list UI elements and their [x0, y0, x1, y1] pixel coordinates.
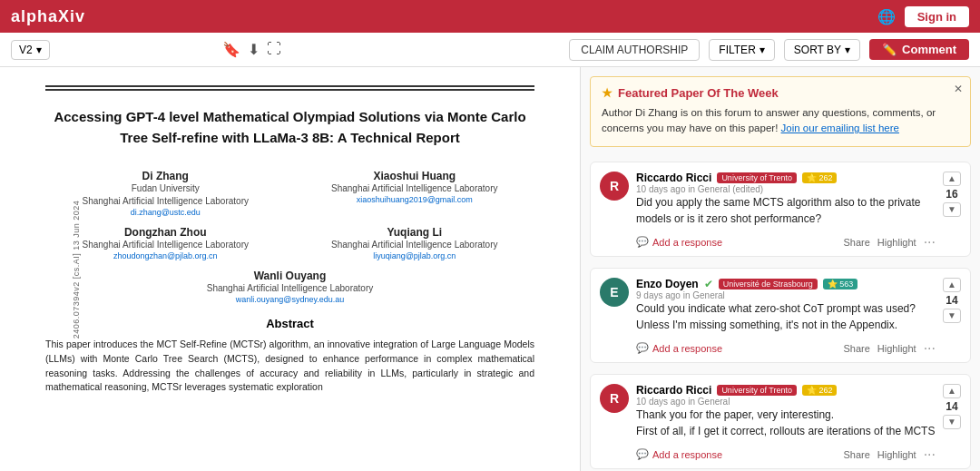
share-link-1[interactable]: Share [843, 237, 869, 248]
comment-time-1: 10 days ago in General (edited) [636, 184, 936, 194]
upvote-button-2[interactable]: ▲ [943, 278, 961, 292]
university-badge-1: University of Trento [717, 172, 797, 183]
main-content: 2406.07394v2 [cs.AI] 13 Jun 2024 Accessi… [0, 67, 980, 471]
author-name-4: Yuqiang Li [295, 226, 535, 239]
comment-body-3: Thank you for the paper, very interestin… [636, 407, 936, 439]
download-icon[interactable]: ⬇ [248, 41, 260, 58]
comment-author-name-2: Enzo Doyen [636, 278, 699, 290]
chevron-down-icon: ▾ [36, 44, 42, 56]
upvote-button-1[interactable]: ▲ [943, 172, 961, 186]
author-email-3: zhoudongzhan@pjlab.org.cn [45, 251, 286, 260]
highlight-link-2[interactable]: Highlight [877, 343, 916, 354]
sort-label: SORT BY [794, 44, 841, 56]
comment-row-1: R Riccardo Ricci University of Trento ⭐ … [600, 172, 961, 250]
author-block-5: Wanli Ouyang Shanghai Artificial Intelli… [45, 270, 534, 304]
filter-label: FILTER [719, 44, 755, 56]
author-email-5: wanli.ouyang@sydney.edu.au [45, 295, 534, 304]
author-inst-3: Shanghai Artificial Intelligence Laborat… [45, 239, 286, 251]
sign-in-button[interactable]: Sign in [905, 6, 969, 27]
author-line-2: Enzo Doyen ✔ Université de Strasbourg ⭐ … [636, 278, 936, 290]
featured-text: Author Di Zhang is on this forum to answ… [602, 105, 959, 137]
comment-body-2: Could you indicate what zero-shot CoT pr… [636, 300, 936, 333]
authors-grid: Di Zhang Fudan UniversityShanghai Artifi… [45, 170, 534, 304]
comment-body-1: Did you apply the same MCTS algorithm al… [636, 194, 936, 227]
comments-panel: ✕ ★ Featured Paper Of The Week Author Di… [581, 67, 980, 471]
vote-count-3: 14 [946, 400, 957, 413]
author-inst-1: Fudan UniversityShanghai Artificial Inte… [45, 182, 286, 208]
filter-button[interactable]: FILTER ▾ [709, 39, 774, 61]
comment-actions-1: 💬 Add a response Share Highlight ··· [636, 234, 936, 250]
reply-icon-2: 💬 [636, 342, 649, 354]
version-selector[interactable]: V2 ▾ [11, 40, 50, 60]
author-name-3: Dongzhan Zhou [45, 226, 286, 239]
toolbar: V2 ▾ 🔖 ⬇ ⛶ CLAIM AUTHORSHIP FILTER ▾ SOR… [0, 33, 980, 67]
avatar-3: R [600, 384, 629, 413]
claim-authorship-button[interactable]: CLAIM AUTHORSHIP [569, 39, 700, 61]
globe-icon[interactable]: 🌐 [877, 8, 896, 25]
comment-row-3: R Riccardo Ricci University of Trento ⭐ … [600, 384, 961, 463]
author-email-2: xiaoshuihuang2019@gmail.com [295, 195, 535, 204]
university-badge-2: Université de Strasbourg [719, 279, 818, 289]
featured-banner: ✕ ★ Featured Paper Of The Week Author Di… [590, 76, 971, 147]
author-name-1: Di Zhang [45, 170, 286, 182]
vote-controls-1: ▲ 16 ▼ [943, 172, 961, 250]
add-response-button-3[interactable]: 💬 Add a response [636, 448, 722, 460]
avatar-1: R [600, 172, 629, 201]
comment-content-3: Riccardo Ricci University of Trento ⭐ 26… [636, 384, 936, 463]
close-icon[interactable]: ✕ [954, 83, 963, 95]
author-block-3: Dongzhan Zhou Shanghai Artificial Intell… [45, 226, 286, 260]
top-navigation: alphaXiv 🌐 Sign in [0, 0, 980, 33]
vote-count-2: 14 [946, 294, 957, 307]
more-button-1[interactable]: ··· [924, 234, 936, 250]
vote-controls-3: ▲ 14 ▼ [943, 384, 961, 463]
verified-icon-2: ✔ [704, 278, 713, 290]
add-response-label-2: Add a response [652, 343, 722, 354]
pencil-icon: ✏️ [882, 43, 897, 56]
more-button-2[interactable]: ··· [924, 340, 936, 357]
expand-icon[interactable]: ⛶ [267, 41, 281, 58]
nav-right-section: 🌐 Sign in [877, 6, 969, 27]
share-link-3[interactable]: Share [843, 449, 869, 460]
downvote-button-2[interactable]: ▼ [943, 309, 961, 323]
add-response-button-1[interactable]: 💬 Add a response [636, 236, 722, 248]
comment-author-name-3: Riccardo Ricci [636, 384, 711, 397]
add-response-button-2[interactable]: 💬 Add a response [636, 342, 722, 354]
author-email-1: di.zhang@ustc.edu [45, 208, 286, 217]
author-line-3: Riccardo Ricci University of Trento ⭐ 26… [636, 384, 936, 397]
star-icon: ★ [602, 86, 612, 100]
avatar-2: E [600, 278, 629, 307]
comment-actions-3: 💬 Add a response Share Highlight ··· [636, 446, 936, 463]
highlight-link-3[interactable]: Highlight [877, 449, 916, 460]
downvote-button-1[interactable]: ▼ [943, 202, 961, 217]
comment-button[interactable]: ✏️ Comment [869, 39, 969, 60]
version-label: V2 [19, 44, 33, 56]
author-inst-4: Shanghai Artificial Intelligence Laborat… [295, 239, 535, 251]
add-response-label-1: Add a response [652, 237, 722, 248]
comment-author-name-1: Riccardo Ricci [636, 172, 711, 184]
toolbar-icon-group: 🔖 ⬇ ⛶ [222, 41, 281, 58]
sort-by-button[interactable]: SORT BY ▾ [784, 39, 860, 61]
author-block-4: Yuqiang Li Shanghai Artificial Intellige… [295, 226, 535, 260]
share-link-2[interactable]: Share [843, 343, 869, 354]
author-name-2: Xiaoshui Huang [295, 170, 535, 182]
featured-link[interactable]: Join our emailing list here [781, 123, 899, 133]
comment-content-1: Riccardo Ricci University of Trento ⭐ 26… [636, 172, 936, 250]
highlight-link-1[interactable]: Highlight [877, 237, 916, 248]
bookmark-icon[interactable]: 🔖 [222, 41, 240, 58]
comment-item-1: R Riccardo Ricci University of Trento ⭐ … [590, 162, 971, 257]
reply-icon-1: 💬 [636, 236, 649, 248]
more-button-3[interactable]: ··· [924, 446, 936, 463]
score-badge-2: ⭐ 563 [823, 279, 858, 289]
comment-time-2: 9 days ago in General [636, 290, 936, 300]
author-block-1: Di Zhang Fudan UniversityShanghai Artifi… [45, 170, 286, 217]
comment-time-3: 10 days ago in General [636, 397, 936, 407]
downvote-button-3[interactable]: ▼ [943, 415, 961, 429]
paper-divider [45, 85, 534, 91]
score-badge-3: ⭐ 262 [802, 385, 838, 396]
paper-content: 2406.07394v2 [cs.AI] 13 Jun 2024 Accessi… [0, 67, 580, 471]
comment-row-2: E Enzo Doyen ✔ Université de Strasbourg … [600, 278, 961, 357]
upvote-button-3[interactable]: ▲ [943, 384, 961, 398]
score-badge-1: ⭐ 262 [802, 172, 838, 183]
paper-title: Accessing GPT-4 level Mathematical Olymp… [45, 107, 534, 148]
sort-chevron-icon: ▾ [845, 44, 850, 56]
